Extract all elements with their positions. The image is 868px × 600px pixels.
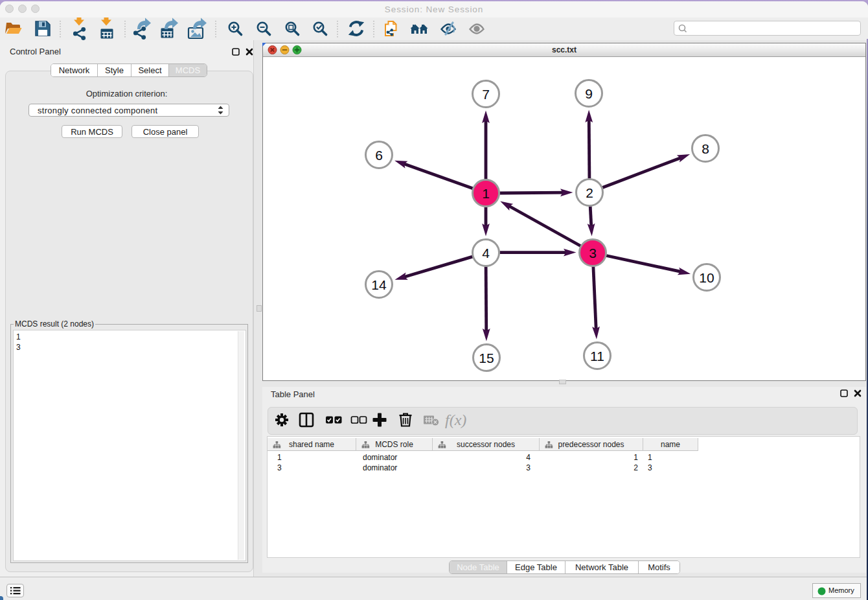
svg-text:10: 10 [699, 270, 714, 285]
svg-text:14: 14 [371, 277, 387, 292]
svg-text:1: 1 [482, 186, 490, 201]
svg-text:15: 15 [479, 351, 494, 365]
svg-text:11: 11 [590, 349, 604, 363]
svg-text:3: 3 [589, 246, 597, 260]
svg-text:4: 4 [482, 246, 490, 260]
svg-text:6: 6 [375, 148, 383, 163]
svg-text:9: 9 [585, 86, 593, 101]
svg-text:8: 8 [702, 141, 709, 156]
svg-text:f(x): f(x) [445, 411, 466, 428]
svg-text:2: 2 [586, 185, 593, 200]
svg-text:7: 7 [482, 87, 490, 102]
